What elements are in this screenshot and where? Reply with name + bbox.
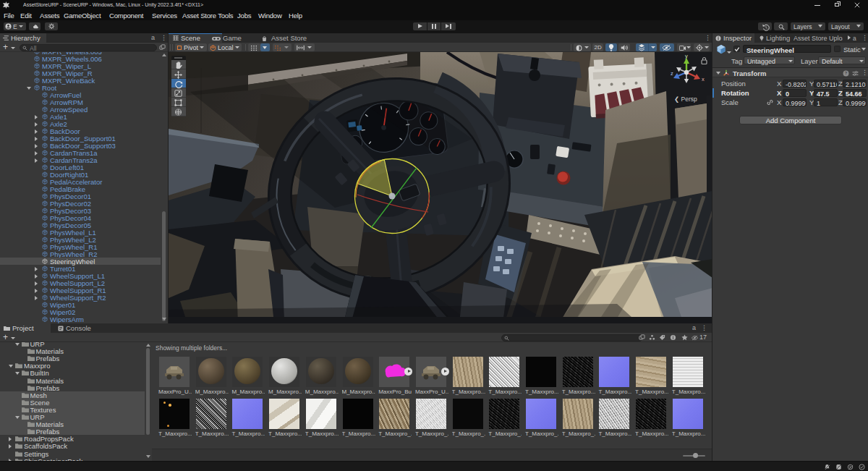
svg-text:?: ? bbox=[845, 71, 848, 75]
svg-text:z: z bbox=[671, 70, 673, 77]
svg-text:x: x bbox=[702, 76, 705, 82]
svg-text:y: y bbox=[685, 53, 688, 59]
svg-text:❮ Persp: ❮ Persp bbox=[674, 96, 697, 103]
